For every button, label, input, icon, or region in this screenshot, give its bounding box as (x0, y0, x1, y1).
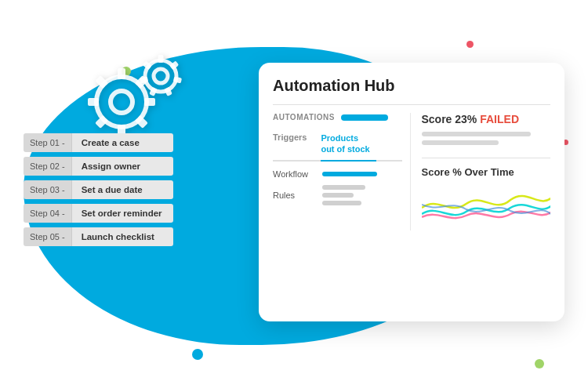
step-label-5: Step 05 - (24, 227, 71, 246)
data-row-workflow: Workflow (273, 169, 402, 179)
data-row-rules: Rules (273, 185, 402, 205)
svg-rect-5 (135, 115, 148, 129)
step-value-5: Launch checklist (71, 227, 173, 246)
step-row-3: Step 03 - Set a due date (24, 180, 173, 199)
score-bars (422, 132, 551, 145)
score-overtime-section: Score % Over Time (422, 166, 551, 230)
step-label-2: Step 02 - (24, 157, 71, 176)
score-status: FAILED (480, 113, 519, 125)
dot-2 (466, 41, 474, 48)
tab-products-out-of-stock[interactable]: Productsout of stock (321, 129, 376, 162)
tab-triggers[interactable]: Triggers (273, 129, 313, 160)
automations-row: AUTOMATIONS (273, 113, 402, 122)
rules-bar-2 (322, 193, 354, 198)
svg-rect-4 (144, 98, 155, 106)
step-value-1: Create a case (71, 133, 173, 152)
dot-4 (192, 349, 203, 360)
svg-rect-8 (88, 98, 99, 106)
svg-rect-12 (158, 55, 164, 63)
step-row-4: Step 04 - Set order reminder (24, 204, 173, 223)
hub-card: Automation Hub AUTOMATIONS Triggers Prod… (259, 63, 564, 321)
step-value-2: Assign owner (71, 157, 173, 176)
step-row-5: Step 05 - Launch checklist (24, 227, 173, 246)
rules-bar-1 (322, 185, 365, 190)
hub-divider (273, 104, 550, 105)
score-overtime-label: Score % Over Time (422, 166, 551, 178)
svg-point-11 (154, 69, 168, 83)
score-value: Score 23% (422, 113, 481, 125)
hub-left: AUTOMATIONS Triggers Productsout of stoc… (273, 113, 411, 230)
steps-panel: Step 01 - Create a case Step 02 - Assign… (24, 133, 173, 246)
score-bar-2 (422, 140, 499, 145)
step-label-3: Step 03 - (24, 180, 71, 199)
scene: Step 01 - Create a case Step 02 - Assign… (0, 0, 588, 392)
step-value-4: Set order reminder (71, 204, 173, 223)
svg-point-1 (111, 91, 132, 113)
workflow-bar (322, 172, 377, 176)
data-rows: Workflow Rules (273, 169, 402, 205)
automations-label: AUTOMATIONS (273, 113, 335, 122)
score-section: Score 23% FAILED (422, 113, 551, 145)
automations-bar (341, 114, 388, 121)
hub-right-divider (422, 158, 551, 158)
step-label-4: Step 04 - (24, 204, 71, 223)
rules-bar-3 (322, 201, 361, 205)
hub-body: AUTOMATIONS Triggers Productsout of stoc… (273, 113, 550, 230)
score-overtime-chart (422, 184, 551, 227)
rules-label: Rules (273, 191, 316, 200)
tab-row: Triggers Productsout of stock (273, 129, 402, 162)
step-value-3: Set a due date (71, 180, 173, 199)
score-text: Score 23% FAILED (422, 113, 520, 125)
hub-title: Automation Hub (273, 77, 550, 95)
svg-rect-7 (95, 115, 108, 129)
dot-5 (535, 359, 544, 368)
svg-rect-9 (95, 75, 108, 89)
hub-right: Score 23% FAILED Score % Over Time (411, 113, 551, 230)
svg-rect-2 (118, 68, 125, 79)
workflow-label: Workflow (273, 169, 316, 179)
score-label-row: Score 23% FAILED (422, 113, 551, 125)
step-row-2: Step 02 - Assign owner (24, 157, 173, 176)
step-label-1: Step 01 - (24, 133, 71, 152)
step-row-1: Step 01 - Create a case (24, 133, 173, 152)
rules-bars (322, 185, 365, 205)
score-bar-1 (422, 132, 532, 136)
